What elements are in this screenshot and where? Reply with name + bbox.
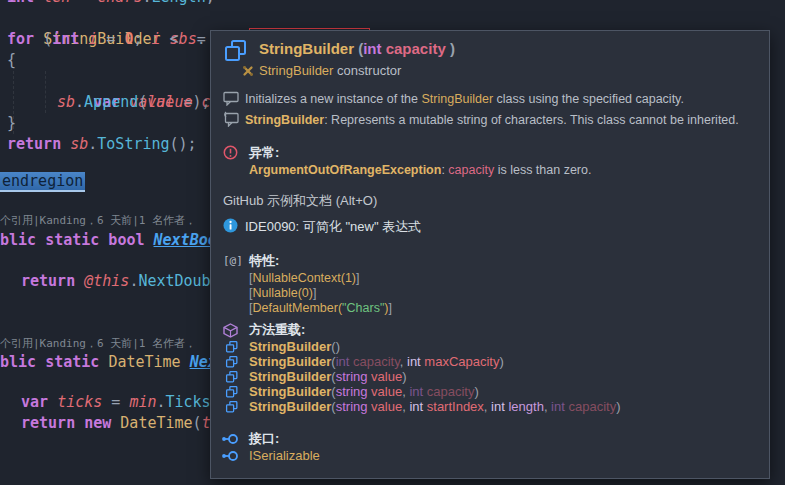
comment-arrow-icon: [223, 111, 239, 131]
constructor-icon: [241, 64, 255, 82]
tooltip-doc-summary: Initializes a new instance of the String…: [245, 91, 684, 107]
exception-detail: ArgumentOutOfRangeException: capacity is…: [249, 162, 591, 178]
info-icon: [223, 218, 238, 237]
codelens-references[interactable]: 个引用|Kanding，6 天前|1 名作者，: [0, 337, 196, 350]
overloads-section-title: 方法重载:: [249, 322, 305, 338]
code-line-method-decl[interactable]: blic static bool NextBool: [0, 230, 226, 251]
overload-item: StringBuilder(string value, int startInd…: [249, 399, 621, 415]
tooltip-signature: StringBuilder (int capacity ): [259, 41, 455, 57]
tooltip-constructor-label: StringBuilder constructor: [259, 63, 401, 79]
error-icon: [223, 145, 238, 164]
attribute-item: [DefaultMember("Chars")]: [249, 300, 392, 316]
github-docs-link[interactable]: GitHub 示例和文档 (Alt+O): [223, 193, 377, 209]
overload-item: StringBuilder(int capacity, int maxCapac…: [249, 354, 504, 370]
tooltip-doc-type: StringBuilder: Represents a mutable stri…: [245, 112, 739, 128]
code-line[interactable]: }: [7, 113, 16, 134]
code-line-endregion[interactable]: endregion: [0, 171, 85, 192]
attributes-section-title: 特性:: [249, 253, 279, 269]
interface-item: ISerializable: [249, 448, 320, 464]
class-icon: [225, 400, 239, 418]
attribute-icon: [@]: [223, 254, 243, 267]
code-line[interactable]: sb.Append(value);: [57, 92, 211, 113]
overload-item: StringBuilder(string value, int capacity…: [249, 384, 479, 400]
interfaces-section-title: 接口:: [249, 431, 279, 447]
exception-section-title: 异常:: [249, 145, 279, 161]
indent-guide: [45, 71, 46, 113]
code-line[interactable]: return @this.NextDouble: [21, 271, 229, 292]
code-line[interactable]: {: [7, 50, 16, 71]
code-line[interactable]: return sb.ToString();: [7, 134, 197, 155]
quick-info-tooltip: StringBuilder (int capacity ) StringBuil…: [210, 30, 770, 479]
interface-icon: [221, 448, 239, 468]
comment-icon: [223, 90, 239, 110]
overload-item: StringBuilder(): [249, 339, 340, 355]
attribute-item: [NullableContext(1)]: [249, 270, 360, 286]
attribute-item: [Nullable(0)]: [249, 285, 316, 301]
code-line[interactable]: int len = chars.Length;: [7, 0, 215, 8]
code-line[interactable]: var ticks = min.Ticks: [21, 392, 211, 413]
overload-item: StringBuilder(string value): [249, 369, 407, 385]
codelens-references[interactable]: 个引用|Kanding，6 天前|1 名作者，: [0, 214, 196, 227]
code-editor: int len = chars.Length; StringBuilder sb…: [0, 0, 785, 485]
ide-diagnostic-hint[interactable]: IDE0090: 可简化 "new" 表达式: [245, 219, 421, 235]
code-line[interactable]: for (int i = 0; i < s.: [7, 29, 206, 50]
